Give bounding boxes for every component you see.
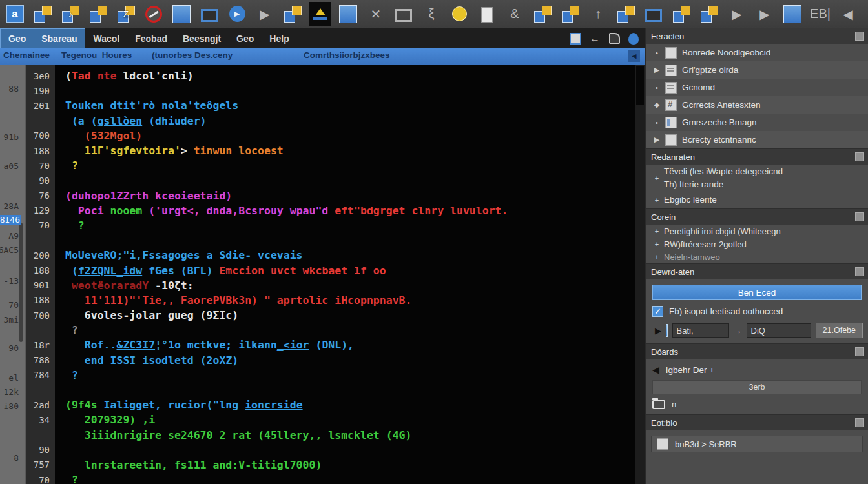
- menu-item-wacol[interactable]: Wacol: [85, 28, 127, 48]
- note-tool-icon[interactable]: ♪: [59, 3, 81, 26]
- menu-item-geo[interactable]: Geo: [229, 28, 262, 48]
- new-window-icon[interactable]: [615, 3, 637, 26]
- panel-list-item[interactable]: +Neieln-tamweo: [646, 250, 868, 263]
- code-segment: Rof..: [65, 339, 116, 351]
- line-number: [26, 428, 55, 443]
- cut-tool-icon[interactable]: ✕: [365, 3, 387, 26]
- panel-list-item[interactable]: ▶Bcrecty etcñtnanric: [646, 131, 868, 148]
- panel-list-item[interactable]: +Peretighti iroi cbgid (Whiteeegn: [646, 225, 868, 237]
- run-clock-icon[interactable]: ▶: [226, 3, 248, 26]
- section-collapse-button[interactable]: [855, 418, 864, 427]
- window-frame-icon[interactable]: [198, 3, 220, 26]
- image-icon[interactable]: [643, 3, 665, 26]
- printer-icon-glyph: [561, 5, 579, 23]
- edit-window-icon[interactable]: [87, 3, 109, 26]
- signature-icon[interactable]: &: [504, 3, 526, 26]
- panel-list-item[interactable]: +Ebgibc lëerite: [646, 191, 868, 208]
- image-flag-icon[interactable]: [670, 3, 692, 26]
- section-collapse-button[interactable]: [855, 347, 864, 356]
- possible-item[interactable]: bnB3d > SeRBR: [651, 436, 863, 452]
- expander-icon[interactable]: ▶: [655, 326, 661, 336]
- section-header-4[interactable]: Dóards: [646, 344, 868, 359]
- panel-list-item[interactable]: ◆Gcrrects Anetesxten: [646, 96, 868, 114]
- chart-label[interactable]: EB|: [809, 3, 831, 26]
- apply-button[interactable]: 21.Ofebe: [816, 323, 863, 338]
- bulb-icon[interactable]: [448, 3, 470, 26]
- boards-footer: n: [646, 397, 868, 414]
- window-gray-icon[interactable]: [393, 3, 415, 26]
- tab-bar-icon[interactable]: ◄: [628, 50, 640, 62]
- clipboard-icon[interactable]: [476, 3, 498, 26]
- upload-icon[interactable]: ↑: [587, 3, 609, 26]
- package-icon[interactable]: [532, 3, 553, 26]
- code-segment: weotëoraradY: [65, 279, 155, 292]
- pointer-tool-icon[interactable]: a: [4, 3, 26, 26]
- paste-icon[interactable]: [170, 3, 192, 26]
- item-label: Neieln-tamweo: [664, 252, 720, 262]
- section-header-3[interactable]: Dewrd-aten: [646, 264, 868, 279]
- panel-list-item[interactable]: •Gmrszeche Bmagn: [646, 114, 868, 131]
- code-editor[interactable]: (Tad nte ldcol'cnli)Touken dtit'rò nola'…: [55, 65, 635, 484]
- boards-nav[interactable]: ◀Igbehr Der +: [646, 359, 868, 376]
- checkbox-checked[interactable]: ✓: [652, 306, 663, 317]
- item-marker-icon: •: [650, 119, 664, 126]
- tab-item-3[interactable]: Comrthsiiorbjzxbees: [304, 50, 390, 60]
- editor-scrollbar[interactable]: [635, 65, 645, 484]
- to-field[interactable]: [747, 323, 811, 338]
- overview-strip[interactable]: 8891ba0528A8I46A96AC5-13703mi90el12ki808: [0, 65, 26, 484]
- tab-item-1[interactable]: Tegenou Houres: [61, 50, 132, 60]
- section-header-1[interactable]: Redanraten: [646, 149, 868, 165]
- forward-icon[interactable]: ▶: [726, 3, 748, 26]
- line-number: 2ad: [26, 398, 55, 412]
- page-flip-icon[interactable]: [608, 32, 621, 45]
- play-icon[interactable]: ▶: [254, 3, 276, 26]
- help-drop-icon[interactable]: [627, 32, 640, 45]
- tab-item-2[interactable]: (tunorbes Des.ceny: [152, 50, 232, 60]
- image-z-icon[interactable]: Z: [115, 3, 137, 26]
- panel-list-item[interactable]: +RW)ftréeeserr 2gotled: [646, 237, 868, 250]
- back-icon[interactable]: ◀: [837, 3, 859, 26]
- menu-item-beesngjt[interactable]: Beesngjt: [175, 28, 229, 48]
- back-arrow-icon[interactable]: ←: [588, 32, 601, 45]
- auto-update-row[interactable]: ✓Fb) isopat leetisad oothocced: [646, 303, 868, 320]
- boards-button[interactable]: 3erb: [652, 380, 862, 394]
- menu-item-geo[interactable]: Geo: [1, 34, 34, 44]
- section-collapse-button[interactable]: [855, 212, 864, 221]
- menu-item-help[interactable]: Help: [262, 28, 296, 48]
- code-segment: Touken dtit'rò nola'teôgels: [65, 99, 238, 112]
- editor-scrollbar-thumb[interactable]: [636, 66, 644, 105]
- grab-tool-icon[interactable]: ξ: [420, 3, 442, 26]
- strip-scrollbar[interactable]: [19, 223, 23, 342]
- folder-icon[interactable]: [652, 400, 665, 409]
- section-collapse-button[interactable]: [855, 267, 864, 276]
- chart-icon[interactable]: [781, 3, 803, 26]
- printer-icon[interactable]: [559, 3, 581, 26]
- next-icon[interactable]: ▶: [865, 3, 868, 26]
- code-line: 2079329) ,i: [55, 412, 635, 427]
- doc-preview-icon[interactable]: [569, 32, 582, 45]
- section-header-2[interactable]: Corein: [646, 209, 868, 225]
- panel-list-item[interactable]: +Tëveli (les iWapte detegeeicndTh) Iteri…: [646, 165, 868, 191]
- layer-color-icon[interactable]: [666, 324, 668, 337]
- rotate-object-icon[interactable]: [32, 3, 54, 26]
- section-collapse-button[interactable]: [855, 152, 864, 161]
- folder-paste-icon[interactable]: [337, 3, 359, 26]
- section-header-5[interactable]: Eot:bio: [646, 415, 868, 430]
- menu-item-sbareau[interactable]: Sbareau: [34, 34, 85, 44]
- code-segment: fGes (BΓL): [142, 265, 219, 277]
- no-entry-icon[interactable]: [143, 3, 165, 26]
- section-header-0[interactable]: Feracten: [646, 28, 868, 44]
- item-type-icon: [665, 47, 677, 59]
- seed-button[interactable]: Ben Eced: [652, 285, 862, 300]
- menu-item-feobad[interactable]: Feobad: [127, 28, 175, 48]
- forward2-icon[interactable]: ▶: [754, 3, 776, 26]
- panel-list-item[interactable]: ▶Gri'gptze olrda: [646, 61, 868, 79]
- boat-tool-icon[interactable]: [309, 3, 331, 26]
- export-window-icon[interactable]: [698, 3, 720, 26]
- section-collapse-button[interactable]: [855, 32, 864, 41]
- panel-list-item[interactable]: •Bonrede Noodlgeobcid: [646, 44, 868, 61]
- columns-icon[interactable]: [282, 3, 304, 26]
- from-field[interactable]: [672, 323, 729, 338]
- panel-list-item[interactable]: •Gcnomd: [646, 79, 868, 96]
- tab-item-0[interactable]: Chemainee: [3, 50, 50, 60]
